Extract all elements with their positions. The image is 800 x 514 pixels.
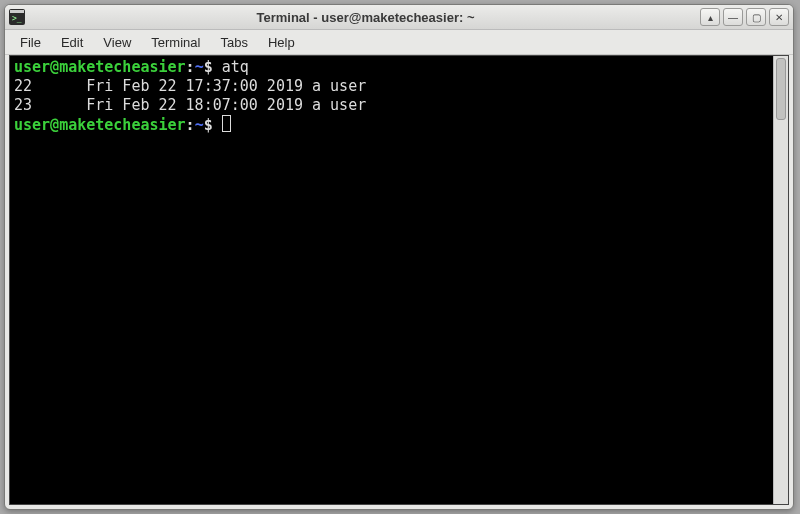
output-line: 22 Fri Feb 22 17:37:00 2019 a user [14, 77, 366, 95]
prompt-colon: : [186, 116, 195, 134]
close-icon: ✕ [775, 12, 783, 23]
prompt-user: user@maketecheasier [14, 116, 186, 134]
prompt-user: user@maketecheasier [14, 58, 186, 76]
command-text: atq [222, 58, 249, 76]
terminal-area: user@maketecheasier:~$ atq 22 Fri Feb 22… [9, 55, 789, 505]
prompt-symbol: $ [204, 116, 213, 134]
menu-edit[interactable]: Edit [52, 32, 92, 53]
scrollbar-thumb[interactable] [776, 58, 786, 120]
terminal-output[interactable]: user@maketecheasier:~$ atq 22 Fri Feb 22… [10, 56, 773, 504]
window-buttons: ▴ — ▢ ✕ [700, 8, 789, 26]
minimize-icon: — [728, 12, 738, 23]
maximize-button[interactable]: ▢ [746, 8, 766, 26]
terminal-scrollbar[interactable] [773, 56, 788, 504]
menu-view[interactable]: View [94, 32, 140, 53]
menu-terminal[interactable]: Terminal [142, 32, 209, 53]
menubar: File Edit View Terminal Tabs Help [5, 30, 793, 55]
terminal-cursor [222, 115, 231, 132]
menu-file[interactable]: File [11, 32, 50, 53]
close-button[interactable]: ✕ [769, 8, 789, 26]
menu-tabs[interactable]: Tabs [211, 32, 256, 53]
svg-rect-1 [10, 10, 24, 13]
svg-text:>_: >_ [12, 14, 22, 23]
maximize-icon: ▢ [752, 12, 761, 23]
prompt-path: ~ [195, 116, 204, 134]
stick-icon: ▴ [708, 12, 713, 23]
prompt-path: ~ [195, 58, 204, 76]
minimize-button[interactable]: — [723, 8, 743, 26]
menu-help[interactable]: Help [259, 32, 304, 53]
terminal-app-icon: >_ [9, 9, 25, 25]
stick-button[interactable]: ▴ [700, 8, 720, 26]
prompt-colon: : [186, 58, 195, 76]
window-title: Terminal - user@maketecheasier: ~ [31, 10, 700, 25]
titlebar[interactable]: >_ Terminal - user@maketecheasier: ~ ▴ —… [5, 5, 793, 30]
prompt-symbol: $ [204, 58, 213, 76]
terminal-window: >_ Terminal - user@maketecheasier: ~ ▴ —… [4, 4, 794, 510]
output-line: 23 Fri Feb 22 18:07:00 2019 a user [14, 96, 366, 114]
